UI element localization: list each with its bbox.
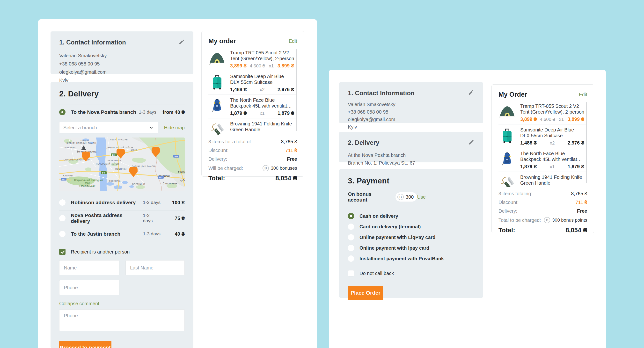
branch-select[interactable]: Select a branch	[59, 122, 158, 134]
divider	[59, 242, 185, 242]
payment-card: 3. Payment On bonus account B 300 Use Ca…	[339, 169, 483, 298]
radio-icon[interactable]	[348, 234, 354, 240]
use-bonuses-link[interactable]: Use	[417, 194, 426, 200]
contact-info-card: 1. Contact Information Valerian Smakovet…	[339, 82, 483, 123]
edit-pencil-icon[interactable]	[468, 139, 474, 145]
delivery-option-justin-branch[interactable]: To the Justin branch 1-3 days 40 ₴	[59, 226, 185, 242]
order-summary-title: My order	[208, 38, 236, 45]
radio-icon[interactable]	[348, 245, 354, 251]
svg-text:ДНЕПРОВСКИЙ РАЙОН: ДНЕПРОВСКИЙ РАЙОН	[106, 146, 133, 149]
delivery-option-robinson[interactable]: Robinson address delivery 1-2 days 100 ₴	[59, 195, 185, 210]
svg-text:ОСОКОРКИ: ОСОКОРКИ	[108, 180, 121, 182]
svg-text:ЖУЛЯНЫ: ЖУЛЯНЫ	[62, 174, 73, 177]
svg-text:ШУЛЯВКА: ШУЛЯВКА	[64, 146, 76, 149]
svg-text:ЛЕСН. МАССИВ: ЛЕСН. МАССИВ	[110, 138, 128, 141]
tent-product-image	[498, 103, 516, 120]
branch-map[interactable]: ПОДОЛ ШЕВЧЕНКОВСКИЙ РАЙОН ШУЛЯВКА Золоты…	[59, 138, 185, 191]
divider	[348, 208, 442, 208]
contact-info-title: 1. Contact Information	[348, 90, 414, 97]
svg-text:ПОДОЛ: ПОДОЛ	[80, 139, 89, 142]
bonus-icon: B	[262, 165, 269, 171]
edit-pencil-icon[interactable]	[468, 90, 474, 96]
recipient-last-name-field[interactable]	[126, 260, 185, 275]
recipient-checkbox-row[interactable]: Recipient is another person	[59, 249, 185, 255]
contact-info-card: 1. Contact Information Valerian Smakovet…	[50, 32, 194, 74]
knife-product-image	[208, 121, 226, 135]
radio-icon[interactable]	[59, 215, 66, 221]
checkbox-checked-icon[interactable]	[59, 249, 66, 255]
edit-pencil-icon[interactable]	[178, 39, 185, 45]
payment-option-ipay[interactable]: Online payment with Ipay card	[348, 243, 474, 253]
collapse-comment-link[interactable]: Collapse comment	[59, 301, 99, 306]
recipient-name-field[interactable]	[59, 260, 120, 275]
svg-text:"Голосіївський": "Голосіївський"	[78, 185, 96, 187]
checkout-step2-panel: 1. Contact Information Valerian Smakovet…	[38, 19, 317, 348]
delivery-summary-title: 2. Delivery	[348, 139, 379, 146]
order-item-suitcase: Samsonite Deep Air Blue DLX 55cm Suitcas…	[498, 124, 587, 148]
radio-icon[interactable]	[59, 200, 66, 206]
payment-option-privatbank-installment[interactable]: Installment payment with PrivatBank	[348, 253, 474, 264]
recipient-phone-field[interactable]	[59, 280, 120, 295]
contact-name: Valerian Smakovetsky	[59, 52, 185, 60]
delivery-method-line: At the Nova Poshta branch	[348, 151, 474, 159]
delivery-option-nova-poshta-address[interactable]: Nova Poshta address delivery 1-2 days 75…	[59, 210, 185, 226]
svg-text:ШЕВЧЕНКОВСКИЙ РАЙОН: ШЕВЧЕНКОВСКИЙ РАЙОН	[66, 142, 96, 144]
order-summary-card: My Order Edit Tramp TRT-055 Scout 2 V2 T…	[492, 84, 594, 233]
svg-text:М03: М03	[159, 176, 162, 178]
proceed-to-payment-button[interactable]: Proceed to payment	[59, 341, 112, 348]
bonus-charged-value: B300 bonus points	[544, 217, 587, 223]
chevron-down-icon	[149, 125, 154, 130]
bonus-account-label: On bonus account	[348, 191, 392, 203]
contact-email: olegkolya@gmail.com	[59, 68, 185, 76]
checkbox-icon[interactable]	[348, 270, 354, 276]
payment-option-cash[interactable]: Cash on delivery	[348, 211, 474, 221]
payment-option-card-terminal[interactable]: Card on delivery (terminal)	[348, 221, 474, 232]
contact-name: Valerian Smakovetsky	[348, 101, 474, 108]
do-not-call-back-row[interactable]: Do not call back	[348, 270, 474, 276]
radio-selected-icon[interactable]	[59, 109, 66, 115]
svg-text:Е95: Е95	[112, 154, 115, 156]
order-item-backpack: The North Face Blue Backpack 45L with ve…	[498, 148, 587, 172]
edit-order-link[interactable]: Edit	[579, 92, 587, 98]
order-items-list: Tramp TRT-055 Scout 2 V2 Tent (Green/Yel…	[208, 47, 297, 135]
edit-order-link[interactable]: Edit	[289, 38, 297, 44]
delivery-title: 2. Delivery	[59, 90, 185, 98]
payment-option-liqpay[interactable]: Online payment with LiqPay card	[348, 232, 474, 243]
bonus-icon: B	[398, 194, 404, 200]
hide-map-link[interactable]: Hide map	[164, 125, 185, 130]
contact-city: Kyiv	[348, 123, 474, 131]
svg-text:Счастливое: Счастливое	[163, 182, 177, 185]
delivery-option-nova-poshta-branch[interactable]: To the Nova Poshta branch 1-3 days from …	[59, 104, 185, 120]
radio-selected-icon[interactable]	[348, 213, 354, 219]
delivery-card: 2. Delivery To the Nova Poshta branch 1-…	[50, 82, 194, 348]
tent-product-image	[208, 50, 226, 67]
comment-textarea[interactable]	[59, 309, 185, 331]
svg-text:БЕРЕЗНЯКИ: БЕРЕЗНЯКИ	[108, 159, 121, 162]
order-item-knife: Browning 1941 Folding Knife Green Handle…	[498, 172, 587, 187]
svg-text:М07: М07	[62, 178, 65, 180]
svg-text:Р63: Р63	[174, 156, 178, 158]
backpack-product-image	[208, 97, 226, 114]
payment-title: 3. Payment	[348, 176, 474, 185]
order-item-tent: Tramp TRT-055 Scout 2 V2 Tent (Green/Yel…	[208, 47, 297, 71]
bonus-icon: B	[544, 217, 550, 223]
radio-icon[interactable]	[348, 224, 354, 230]
radio-icon[interactable]	[59, 231, 66, 237]
svg-text:Безугло: Безугло	[178, 170, 185, 173]
contact-phone: +38 068 058 00 95	[348, 108, 474, 116]
radio-icon[interactable]	[348, 256, 354, 262]
order-item-suitcase: Samsonite Deep Air Blue DLX 55cm Suitcas…	[208, 71, 297, 94]
svg-text:ПОЗНЯКИ: ПОЗНЯКИ	[115, 168, 126, 170]
items-scrollbar[interactable]	[296, 49, 297, 131]
suitcase-product-image	[498, 127, 516, 144]
svg-text:ПЕЧЕРСКИЙ РАЙОН: ПЕЧЕРСКИЙ РАЙОН	[96, 162, 119, 165]
place-order-button[interactable]: Place Order	[348, 286, 383, 300]
contact-phone: +38 068 058 00 95	[59, 60, 185, 68]
svg-text:Національний природний: Національний природний	[74, 179, 103, 182]
order-summary-card: My order Edit Tramp TRT-055 Scout 2 V2 T…	[201, 31, 304, 177]
order-item-knife: Browning 1941 Folding Knife Green Handle…	[208, 118, 297, 135]
svg-text:Чубин: Чубин	[180, 179, 185, 182]
items-scrollbar[interactable]	[586, 102, 587, 183]
order-summary-title: My Order	[498, 91, 527, 98]
contact-info-title: 1. Contact Information	[59, 39, 126, 46]
